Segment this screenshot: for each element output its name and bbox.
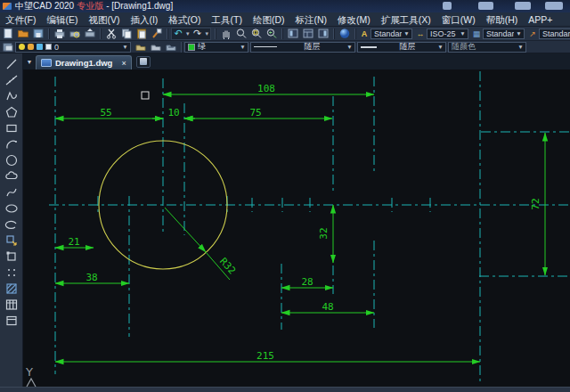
menu-express-tools[interactable]: 扩展工具(X) [376,12,436,27]
make-block-tool[interactable] [4,249,20,264]
window-button-blur-1[interactable] [443,2,452,10]
plot-style-combo[interactable]: 随颜色 ▼ [448,42,526,53]
cloud-button[interactable] [337,28,352,40]
menu-file[interactable]: 文件(F) [0,12,41,27]
text-style-combo[interactable]: Standard ▼ [370,29,412,39]
mleader-style-combo[interactable]: Standard ▼ [539,29,570,39]
zoom-window-button[interactable] [248,28,264,40]
rectangle-tool[interactable] [4,121,20,135]
ellipse-arc-tool[interactable] [4,217,20,232]
line-tool[interactable] [4,57,20,71]
color-combo[interactable]: 绿 ▼ [184,42,248,53]
layer-freeze-sun-icon[interactable] [28,44,34,50]
toolbar-separator [354,29,355,39]
chevron-down-icon[interactable]: ▼ [436,44,445,50]
plot-button[interactable] [52,28,67,40]
menu-bar: 文件(F) 编辑(E) 视图(V) 插入(I) 格式(O) 工具(T) 绘图(D… [0,12,570,27]
zoom-realtime-button[interactable] [233,28,248,40]
new-drawing-tab-button[interactable] [136,56,151,68]
linetype-combo[interactable]: 随层 ▼ [250,42,355,53]
redo-dropdown-arrow[interactable]: ▾ [204,30,211,37]
menu-edit[interactable]: 编辑(E) [41,12,83,27]
paste-button[interactable] [134,28,149,40]
chevron-down-icon[interactable]: ▼ [516,44,525,50]
save-button[interactable] [30,28,45,40]
table-style-combo[interactable]: Standard ▼ [483,29,525,39]
layer-previous-button[interactable] [148,41,163,53]
title-bar[interactable]: 中望CAD 2020 专业版 - [Drawing1.dwg] [0,0,570,12]
close-button[interactable] [545,2,563,10]
chevron-down-icon[interactable]: ▼ [402,30,411,37]
layer-on-bulb-icon[interactable] [19,44,25,50]
layer-lock-icon[interactable] [37,44,43,50]
copy-button[interactable] [118,28,134,40]
tab-close-icon[interactable]: × [121,59,126,68]
tab-drawing1[interactable]: Drawing1.dwg × [36,55,132,69]
menu-format[interactable]: 格式(O) [163,12,206,27]
chevron-down-icon[interactable]: ▼ [120,44,130,50]
tab-list-dropdown[interactable]: ▼ [23,59,36,65]
dim-72-text: 72 [530,198,542,209]
designcenter-panel-icon [302,28,314,39]
cut-button[interactable] [103,28,118,40]
dim-style-combo[interactable]: ISO-25 ▼ [427,29,468,39]
chevron-down-icon[interactable]: ▼ [514,30,524,37]
cursor-pickbox[interactable] [142,92,149,99]
undo-dropdown-arrow[interactable]: ▾ [184,30,191,37]
hatch-tool[interactable] [4,282,20,296]
menu-app-plus[interactable]: APP+ [523,12,558,27]
chevron-down-icon[interactable]: ▼ [238,44,248,50]
arc-tool[interactable] [4,137,20,151]
zoom-previous-button[interactable] [264,28,279,40]
undo-button[interactable]: ↶ [172,28,184,40]
pan-button[interactable] [218,28,233,40]
xline-tool[interactable] [4,73,20,87]
save-disk-icon [32,28,45,39]
minimize-button[interactable] [478,2,493,10]
insert-block-tool[interactable] [4,233,20,248]
construction-line-icon [4,73,19,87]
polygon-tool[interactable] [4,105,20,119]
circle-tool[interactable] [4,153,20,167]
menu-dimension[interactable]: 标注(N) [290,12,333,27]
spline-tool[interactable] [4,185,20,200]
layer-combo[interactable]: 0 ▼ [15,42,131,53]
ellipse-tool[interactable] [4,201,20,216]
menu-window[interactable]: 窗口(W) [436,12,481,27]
mleader-style-value: Standard [540,29,570,38]
menu-modify[interactable]: 修改(M) [332,12,376,27]
dim-r32-text: R32 [217,256,238,276]
redo-button[interactable]: ↷ [191,28,204,40]
chevron-down-icon[interactable]: ▼ [345,44,354,50]
model-space-canvas[interactable]: 108 55 10 75 21 38 28 48 215 32 72 R32 Y [23,69,570,387]
menu-insert[interactable]: 插入(I) [125,12,163,27]
open-file-button[interactable] [15,28,30,40]
region-icon [4,314,19,328]
menu-tools[interactable]: 工具(T) [207,12,248,27]
menu-draw[interactable]: 绘图(D) [248,12,290,27]
lineweight-combo[interactable]: 随层 ▼ [357,42,446,53]
chevron-down-icon[interactable]: ▼ [458,30,468,37]
maximize-button[interactable] [515,2,531,10]
designcenter-button[interactable] [300,28,315,40]
layer-manager-button[interactable] [0,41,15,53]
region-tool[interactable] [4,314,20,328]
revcloud-tool[interactable] [4,169,20,184]
zwcad-window: 中望CAD 2020 专业版 - [Drawing1.dwg] 文件(F) 编辑… [0,0,570,392]
match-properties-button[interactable] [149,28,164,40]
properties-palette-button[interactable] [285,28,300,40]
menu-help[interactable]: 帮助(H) [481,12,524,27]
new-file-button[interactable] [0,28,15,40]
layer-states-button[interactable] [163,41,178,53]
menu-view[interactable]: 视图(V) [83,12,125,27]
format-brush-icon [151,28,163,39]
polyline-tool[interactable] [4,89,20,103]
plot-preview-button[interactable] [67,28,82,40]
layer-color-swatch[interactable] [45,44,52,50]
point-tool[interactable] [4,265,20,280]
table-tool[interactable] [4,298,20,312]
dim-21-text: 21 [68,236,79,248]
publish-button[interactable] [82,28,97,40]
tool-palettes-button[interactable] [315,28,330,40]
make-layer-current-button[interactable] [133,41,148,53]
